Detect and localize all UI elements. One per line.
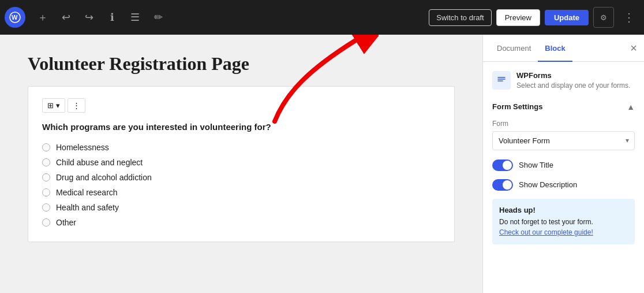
list-item: Drug and alcohol addiction [42,170,440,185]
radio-icon [42,203,50,212]
form-field-group: Form Volunteer Form ▾ [492,120,635,150]
show-title-row: Show Title [492,160,635,171]
radio-icon [42,218,50,227]
option-label: Medical research [56,188,118,197]
info-button[interactable]: ℹ [102,7,122,28]
radio-icon [42,143,50,151]
tools-button[interactable]: ✏ [148,7,169,28]
show-description-row: Show Description [492,179,635,191]
redo-button[interactable]: ↪ [78,7,99,28]
svg-text:W: W [12,14,18,21]
option-label: Other [56,218,76,227]
show-title-toggle[interactable] [492,160,513,171]
switch-to-draft-button[interactable]: Switch to draft [429,9,491,26]
more-options-button[interactable]: ⋮ [619,7,639,28]
option-label: Child abuse and neglect [56,158,143,167]
wpforms-block: ⊞ ▾ ⋮ Which programs are you interested … [28,86,455,242]
list-view-button[interactable]: ☰ [125,7,145,28]
radio-icon [42,173,50,181]
list-item: Medical research [42,185,440,200]
sidebar: Document Block × WPForms Select and disp… [482,35,644,293]
editor-area: Volunteer Registration Page ⊞ ▾ ⋮ Which … [0,35,482,293]
radio-icon [42,158,50,166]
list-item: Homelessness [42,140,440,155]
main-layout: Volunteer Registration Page ⊞ ▾ ⋮ Which … [0,35,644,293]
heads-up-box: Heads up! Do not forget to test your for… [492,199,635,244]
form-settings-title: Form Settings [492,102,542,111]
close-sidebar-button[interactable]: × [630,42,637,54]
sidebar-content: WPForms Select and display one of your f… [483,62,644,254]
block-type-button[interactable]: ⊞ ▾ [42,98,65,113]
block-more-button[interactable]: ⋮ [68,98,85,113]
show-description-label: Show Description [519,180,577,189]
preview-button[interactable]: Preview [496,9,540,26]
form-settings-toggle[interactable]: ▲ [627,102,635,112]
option-label: Drug and alcohol addiction [56,173,152,182]
form-question: Which programs are you interested in vol… [42,122,440,132]
show-title-label: Show Title [519,161,553,169]
block-type-arrow: ▾ [56,101,60,110]
page-title: Volunteer Registration Page [28,53,455,75]
option-label: Health and safety [56,203,119,212]
update-button[interactable]: Update [545,10,589,25]
wp-logo: W [5,7,25,28]
form-select[interactable]: Volunteer Form [492,131,635,150]
list-item: Other [42,215,440,230]
heads-up-text: Do not forget to test your form. Check o… [499,217,628,238]
svg-rect-3 [496,75,507,86]
table-icon: ⊞ [47,101,54,110]
block-toolbar: ⊞ ▾ ⋮ [42,98,440,113]
show-description-toggle[interactable] [492,179,513,191]
list-item: Child abuse and neglect [42,155,440,170]
toolbar: W ＋ ↩ ↪ ℹ ☰ ✏ Switch to draft Preview Up… [0,0,644,35]
undo-button[interactable]: ↩ [55,7,76,28]
form-settings-section: Form Settings ▲ [492,102,635,112]
list-item: Health and safety [42,200,440,215]
heads-up-title: Heads up! [499,206,628,214]
tab-document[interactable]: Document [490,35,538,62]
complete-guide-link[interactable]: Check out our complete guide! [499,228,593,236]
toolbar-right: Switch to draft Preview Update ⚙ ⋮ [429,7,639,28]
wpforms-description: WPForms Select and display one of your f… [516,71,630,91]
form-options-list: Homelessness Child abuse and neglect Dru… [42,140,440,230]
wpforms-icon [492,71,511,90]
form-field-label: Form [492,120,635,128]
form-select-wrapper: Volunteer Form ▾ [492,131,635,150]
tab-block[interactable]: Block [538,35,572,62]
sidebar-tabs: Document Block × [483,35,644,62]
option-label: Homelessness [56,143,109,152]
radio-icon [42,188,50,196]
wpforms-info: WPForms Select and display one of your f… [492,71,635,91]
add-block-button[interactable]: ＋ [32,7,53,28]
settings-button[interactable]: ⚙ [593,7,614,28]
